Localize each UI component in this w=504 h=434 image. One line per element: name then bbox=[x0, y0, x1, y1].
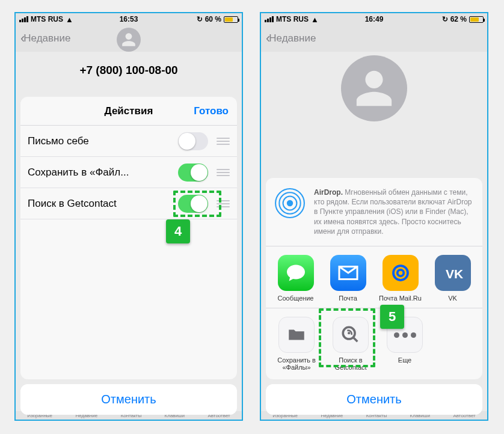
actions-header: Действия Готово bbox=[20, 97, 237, 126]
actions-title: Действия bbox=[105, 105, 153, 117]
airdrop-icon bbox=[274, 188, 306, 219]
row-label: Поиск в Getcontact bbox=[28, 198, 178, 210]
action-apps-row: Сохранить в «Файлы» Поиск в Getcontact Е… bbox=[266, 308, 482, 379]
action-row: Поиск в Getcontact 4 bbox=[20, 188, 237, 219]
folder-icon bbox=[278, 317, 315, 353]
annotation-badge: 4 bbox=[166, 219, 190, 243]
annotation-badge: 5 bbox=[380, 305, 404, 329]
share-app-mailru[interactable]: Почта Mail.Ru bbox=[374, 255, 426, 302]
share-panel: AirDrop. Мгновенный обмен данными с теми… bbox=[266, 178, 482, 379]
getcontact-search-icon bbox=[333, 317, 369, 353]
cancel-button[interactable]: Отменить bbox=[266, 384, 482, 415]
cancel-button[interactable]: Отменить bbox=[20, 384, 237, 415]
action-row: Сохранить в «Файл... bbox=[20, 157, 237, 188]
screenshot-left: MTS RUS ▲ 16:53 ↻ 60 % ‹ Недавние +7 (80… bbox=[14, 12, 243, 421]
app-label: VK bbox=[426, 295, 479, 302]
svg-text:VK: VK bbox=[446, 267, 463, 281]
toggle-getcontact[interactable] bbox=[178, 195, 208, 213]
app-label: Сообщение bbox=[269, 295, 322, 302]
share-app-vk[interactable]: VK VK bbox=[426, 255, 479, 302]
share-app-mail[interactable]: Почта bbox=[322, 255, 374, 302]
action-getcontact[interactable]: Поиск в Getcontact bbox=[324, 317, 378, 371]
action-save-files[interactable]: Сохранить в «Файлы» bbox=[269, 317, 324, 371]
drag-handle-icon[interactable] bbox=[217, 138, 230, 145]
app-label: Почта bbox=[322, 295, 374, 302]
drag-handle-icon[interactable] bbox=[217, 200, 230, 207]
screenshot-right: MTS RUS ▲ 16:49 ↻ 62 % ‹ Недавние Избран… bbox=[260, 12, 488, 421]
mail-icon bbox=[330, 255, 366, 291]
svg-point-5 bbox=[397, 270, 404, 277]
mailru-icon bbox=[383, 255, 419, 291]
svg-point-4 bbox=[393, 266, 408, 280]
svg-point-8 bbox=[348, 332, 350, 334]
sheet-overlay: AirDrop. Мгновенный обмен данными с теми… bbox=[261, 13, 487, 420]
toggle-email-self[interactable] bbox=[178, 132, 208, 150]
airdrop-section: AirDrop. Мгновенный обмен данными с теми… bbox=[266, 178, 482, 246]
action-label: Сохранить в «Файлы» bbox=[269, 356, 324, 371]
svg-point-0 bbox=[287, 200, 293, 206]
share-app-messages[interactable]: Сообщение bbox=[269, 255, 322, 302]
actions-panel: Действия Готово Письмо себе Сохранить в … bbox=[20, 97, 237, 379]
row-label: Сохранить в «Файл... bbox=[28, 167, 178, 179]
action-label: Поиск в Getcontact bbox=[324, 356, 378, 371]
airdrop-text: AirDrop. Мгновенный обмен данными с теми… bbox=[314, 188, 474, 236]
action-row: Письмо себе bbox=[20, 126, 237, 157]
sheet-overlay: Действия Готово Письмо себе Сохранить в … bbox=[16, 13, 242, 420]
messages-icon bbox=[278, 255, 314, 291]
row-label: Письмо себе bbox=[28, 135, 178, 147]
action-label: Еще bbox=[378, 356, 432, 364]
share-apps-row: Сообщение Почта Почта Mail.Ru bbox=[266, 246, 482, 308]
vk-icon: VK bbox=[435, 255, 471, 291]
drag-handle-icon[interactable] bbox=[217, 169, 230, 176]
app-label: Почта Mail.Ru bbox=[374, 295, 426, 302]
done-button[interactable]: Готово bbox=[194, 105, 229, 117]
toggle-save-files[interactable] bbox=[178, 164, 208, 182]
